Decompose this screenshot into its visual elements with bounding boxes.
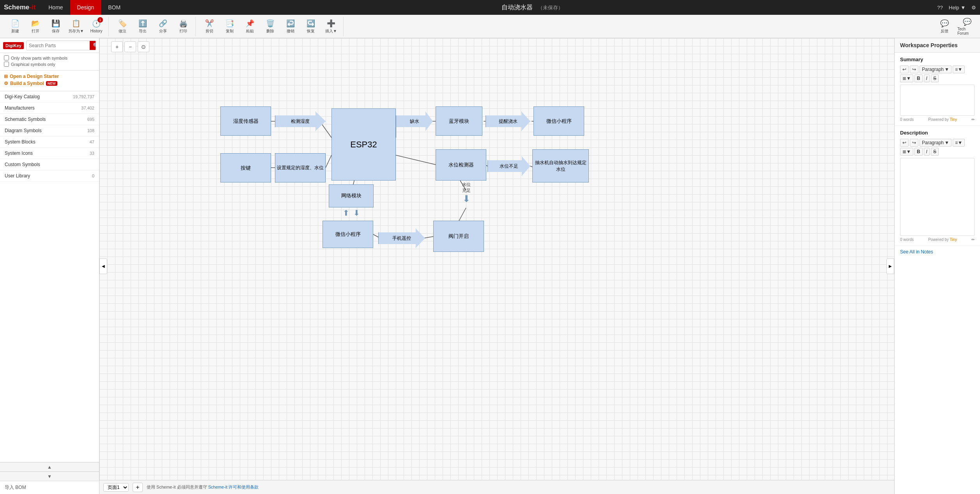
summary-toolbar: ↩ ↪ Paragraph ▼ ≡▼ ≣▼ B I S bbox=[900, 66, 975, 82]
graphical-checkbox[interactable] bbox=[4, 62, 9, 67]
wechat2-block[interactable]: 微信小程序 bbox=[323, 221, 373, 248]
desc-list-ul[interactable]: ≡▼ bbox=[953, 139, 965, 147]
nav-design[interactable]: Design bbox=[70, 0, 101, 15]
summary-strike[interactable]: S bbox=[931, 74, 939, 82]
zoom-reset-button[interactable]: ⊙ bbox=[138, 41, 149, 52]
search-button[interactable]: 🔍 bbox=[90, 41, 96, 50]
paste-button[interactable]: 📌 粘贴 bbox=[240, 17, 260, 36]
summary-undo[interactable]: ↩ bbox=[900, 66, 909, 73]
nav-question[interactable]: ?? bbox=[937, 5, 943, 11]
app-logo[interactable]: Scheme-it bbox=[4, 4, 35, 11]
sidebar-toggle-button[interactable]: ◀ bbox=[99, 259, 107, 274]
humidity-sensor-block[interactable]: 湿度传感器 bbox=[220, 106, 271, 136]
desc-italic[interactable]: I bbox=[924, 148, 930, 156]
add-page-button[interactable]: + bbox=[133, 483, 143, 492]
nav-home[interactable]: Home bbox=[41, 0, 70, 15]
desc-strike[interactable]: S bbox=[931, 148, 939, 156]
design-starter-link[interactable]: ⊞ Open a Design Starter bbox=[4, 74, 95, 79]
cat-digikey-catalog[interactable]: Digi-Key Catalog 19,792,737 bbox=[0, 91, 99, 103]
zoom-in-button[interactable]: + bbox=[111, 41, 123, 52]
search-input[interactable] bbox=[27, 41, 90, 50]
insert-button[interactable]: ➕ 插入▼ bbox=[321, 17, 341, 36]
desc-undo[interactable]: ↩ bbox=[900, 139, 909, 147]
remind-water-block[interactable]: 提醒浇水 bbox=[486, 112, 530, 131]
cat-diagram-symbols[interactable]: Diagram Symbols 108 bbox=[0, 125, 99, 136]
description-title: Description bbox=[900, 130, 975, 136]
cat-schematic-symbols[interactable]: Schematic Symbols 695 bbox=[0, 114, 99, 125]
summary-italic[interactable]: I bbox=[924, 74, 930, 82]
water-low-block[interactable]: 水位不足 bbox=[487, 156, 530, 176]
save-button[interactable]: 💾 保存 bbox=[46, 17, 66, 36]
pump-block[interactable]: 抽水机自动抽水到达规定水位 bbox=[532, 149, 589, 182]
annotate-button[interactable]: 🏷️ 做注 bbox=[113, 17, 132, 36]
build-symbol-link[interactable]: ⚙ Build a Symbol NEW bbox=[4, 81, 95, 86]
desc-bold[interactable]: B bbox=[914, 148, 923, 156]
nav-bom[interactable]: BOM bbox=[101, 0, 128, 15]
nav-settings[interactable]: ⚙ bbox=[971, 5, 976, 11]
new-button[interactable]: 📄 新建 bbox=[5, 17, 25, 36]
water-detect-block[interactable]: 水位检测器 bbox=[436, 149, 486, 181]
shortage-water-block[interactable]: 缺水 bbox=[396, 112, 433, 131]
water-full-block[interactable]: 水位充足 ⬇ bbox=[454, 182, 479, 217]
summary-editor[interactable] bbox=[900, 85, 975, 116]
bluetooth-block[interactable]: 蓝牙模块 bbox=[436, 106, 482, 136]
set-params-block[interactable]: 设置规定的湿度、水位 bbox=[275, 153, 326, 182]
redo-button[interactable]: ↪️ 恢复 bbox=[301, 17, 321, 36]
valve-open-block[interactable]: 阀门开启 bbox=[433, 221, 484, 252]
page-selector: 页面1 bbox=[103, 483, 129, 492]
cat-custom-symbols[interactable]: Custom Symbols bbox=[0, 159, 99, 170]
desc-edit-icon[interactable]: ✏ bbox=[971, 237, 975, 242]
search-input-wrap: 🔍 bbox=[26, 41, 96, 50]
zoom-out-button[interactable]: − bbox=[124, 41, 136, 52]
undo-button[interactable]: ↩️ 撤销 bbox=[281, 17, 300, 36]
feedback-button[interactable]: 💬 反馈 bbox=[935, 17, 954, 36]
summary-list-ol[interactable]: ≣▼ bbox=[900, 74, 913, 82]
wechat-mini-block[interactable]: 微信小程序 bbox=[533, 106, 584, 136]
delete-button[interactable]: 🗑️ 删除 bbox=[261, 17, 280, 36]
sidebar-scroll-down[interactable]: ▼ bbox=[0, 471, 99, 481]
cat-system-blocks[interactable]: System Blocks 47 bbox=[0, 136, 99, 148]
saveas-button[interactable]: 📋 另存为▼ bbox=[66, 17, 86, 36]
summary-edit-icon[interactable]: ✏ bbox=[971, 117, 975, 122]
print-button[interactable]: 🖨️ 打印 bbox=[174, 17, 193, 36]
network-block[interactable]: 网络模块 ⬆ ⬇ bbox=[329, 184, 374, 220]
diagram-canvas[interactable]: ESP32 湿度传感器 检测湿度 缺水 蓝牙模块 提醒浇水 微信小程序 按键 设… bbox=[99, 38, 894, 494]
desc-redo[interactable]: ↪ bbox=[910, 139, 918, 147]
summary-paragraph[interactable]: Paragraph ▼ bbox=[920, 66, 952, 73]
bottom-bar: 页面1 + 使用 Scheme-it 必须同意并遵守 Scheme-it 许可和… bbox=[99, 480, 894, 494]
cat-system-icons[interactable]: System Icons 33 bbox=[0, 148, 99, 159]
share-button[interactable]: 🔗 分享 bbox=[153, 17, 173, 36]
filter-graphical-only[interactable]: Graphical symbols only bbox=[4, 62, 95, 67]
summary-redo[interactable]: ↪ bbox=[910, 66, 918, 73]
esp32-block: ESP32 bbox=[331, 108, 396, 181]
right-panel-toggle-button[interactable]: ▶ bbox=[886, 259, 894, 274]
cat-user-library[interactable]: User Library 0 bbox=[0, 170, 99, 182]
bottom-notice: 使用 Scheme-it 必须同意并遵守 Scheme-it 许可和使用条款 bbox=[147, 484, 259, 490]
desc-list-ol[interactable]: ≣▼ bbox=[900, 148, 913, 156]
summary-list-ul[interactable]: ≡▼ bbox=[953, 66, 965, 73]
desc-paragraph[interactable]: Paragraph ▼ bbox=[920, 139, 952, 147]
description-editor[interactable] bbox=[900, 158, 975, 236]
phone-ctrl-block[interactable]: 手机遥控 bbox=[378, 228, 425, 248]
sidebar-scroll-up[interactable]: ▲ bbox=[0, 462, 99, 471]
techforum-button[interactable]: 💬 Tech Forum bbox=[957, 17, 977, 36]
quick-links: ⊞ Open a Design Starter ⚙ Build a Symbol… bbox=[0, 71, 99, 91]
nav-help[interactable]: Help ▼ bbox=[949, 5, 966, 11]
scheme-it-license-link[interactable]: Scheme-it 许可和使用条款 bbox=[208, 485, 259, 489]
button-block[interactable]: 按键 bbox=[220, 153, 271, 182]
see-all-notes-link[interactable]: See All in Notes bbox=[895, 246, 980, 258]
history-button[interactable]: 🕐 1 History bbox=[87, 17, 106, 36]
cat-manufacturers[interactable]: Manufacturers 37,402 bbox=[0, 103, 99, 114]
export-button[interactable]: ⬆️ 导出 bbox=[133, 17, 152, 36]
cut-button[interactable]: ✂️ 剪切 bbox=[200, 17, 219, 36]
detect-humidity-block[interactable]: 检测湿度 bbox=[275, 112, 326, 131]
page-select[interactable]: 页面1 bbox=[104, 483, 128, 491]
svg-line-7 bbox=[326, 155, 331, 168]
copy-button[interactable]: 📑 复制 bbox=[220, 17, 239, 36]
open-button[interactable]: 📂 打开 bbox=[26, 17, 45, 36]
new-badge: NEW bbox=[46, 81, 57, 86]
filter-parts-with-symbols[interactable]: Only show parts with symbols bbox=[4, 55, 95, 60]
import-bom[interactable]: 导入 BOM bbox=[0, 481, 99, 494]
parts-symbols-checkbox[interactable] bbox=[4, 55, 9, 60]
summary-bold[interactable]: B bbox=[914, 74, 923, 82]
